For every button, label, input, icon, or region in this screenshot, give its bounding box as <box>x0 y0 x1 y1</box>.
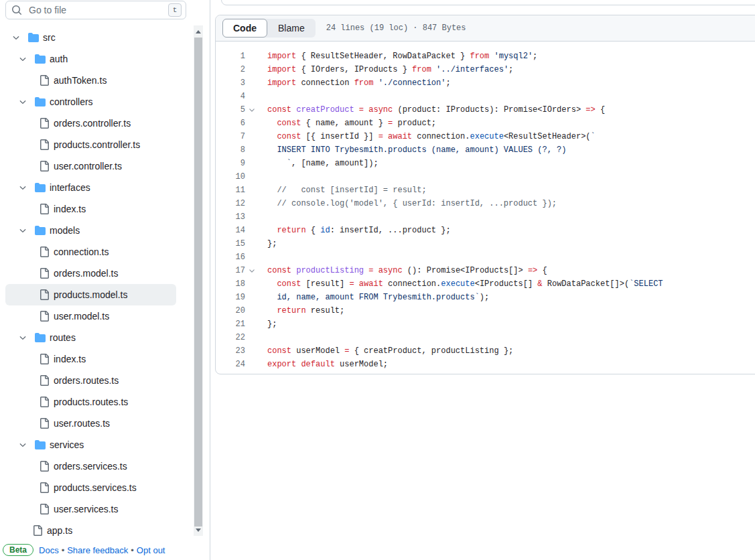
chevron-down-icon <box>18 440 27 449</box>
chevron-down-icon[interactable] <box>17 225 28 236</box>
line-number[interactable]: 17 <box>216 266 245 275</box>
tree-item-label: user.model.ts <box>54 311 109 322</box>
tree-item[interactable]: controllers <box>5 91 176 113</box>
chevron-down-icon[interactable] <box>17 54 28 64</box>
line-number[interactable]: 4 <box>216 92 245 101</box>
tree-item[interactable]: products.services.ts <box>5 477 176 498</box>
chevron-down-icon <box>18 97 27 107</box>
chevron-down-icon <box>11 33 21 42</box>
chevron-down-icon[interactable] <box>17 439 28 450</box>
docs-link[interactable]: Docs <box>39 545 59 555</box>
scroll-up-icon[interactable] <box>194 27 203 36</box>
beta-badge: Beta <box>3 544 33 556</box>
tree-item[interactable]: routes <box>5 327 176 348</box>
file-icon <box>39 375 50 386</box>
tree-item[interactable]: user.routes.ts <box>5 413 176 434</box>
tree-item[interactable]: models <box>5 220 176 241</box>
line-number[interactable]: 7 <box>216 132 245 141</box>
line-number[interactable]: 15 <box>216 239 245 249</box>
tree-item[interactable]: products.controller.ts <box>5 134 176 155</box>
collapse-icon[interactable] <box>245 264 259 277</box>
line-number[interactable]: 3 <box>216 78 245 88</box>
sidebar-footer: Beta Docs•Share feedback•Opt out <box>0 540 210 560</box>
line-number[interactable]: 24 <box>216 360 245 369</box>
code-line: 14 return { id: insertId, ...product }; <box>216 224 755 237</box>
file-icon <box>39 311 50 322</box>
tree-item[interactable]: orders.controller.ts <box>5 113 176 134</box>
tree-item[interactable]: app.ts <box>5 520 176 541</box>
dot-separator: • <box>131 545 134 555</box>
scrollbar-thumb[interactable] <box>194 38 202 527</box>
tree-item[interactable]: connection.ts <box>5 241 176 263</box>
line-number[interactable]: 13 <box>216 212 245 222</box>
tree-item-label: products.model.ts <box>54 289 128 300</box>
file-icon <box>39 118 50 129</box>
line-number[interactable]: 20 <box>216 306 245 316</box>
tree-item[interactable]: auth <box>5 48 176 70</box>
code-line-text: id, name, amount FROM Trybesmith.product… <box>267 291 489 304</box>
line-number[interactable]: 18 <box>216 279 245 289</box>
chevron-down-icon[interactable] <box>17 96 28 107</box>
code-line: 9 `, [name, amount]); <box>216 157 755 170</box>
tree-item[interactable]: orders.routes.ts <box>5 370 176 391</box>
chevron-down-icon <box>18 183 27 192</box>
tree-item[interactable]: interfaces <box>5 177 176 198</box>
line-number[interactable]: 12 <box>216 199 245 208</box>
folder-icon <box>35 332 46 343</box>
code-line: 11 // const [insertId] = result; <box>216 184 755 197</box>
tree-item[interactable]: orders.services.ts <box>5 456 176 477</box>
tree-item[interactable]: orders.model.ts <box>5 263 176 284</box>
line-number[interactable]: 9 <box>216 159 245 168</box>
dot-separator: • <box>62 545 65 555</box>
tree-item[interactable]: user.controller.ts <box>5 155 176 177</box>
code-panel-header: Code Blame 24 lines (19 loc) · 847 Bytes <box>216 15 755 42</box>
file-icon <box>32 525 43 536</box>
tab-blame[interactable]: Blame <box>267 19 316 38</box>
file-icon <box>39 289 50 300</box>
file-icon <box>39 75 50 86</box>
line-number[interactable]: 6 <box>216 119 245 128</box>
line-number[interactable]: 2 <box>216 65 245 74</box>
sidebar-scrollbar[interactable] <box>194 25 203 536</box>
file-icon <box>39 354 50 364</box>
file-search-input[interactable] <box>27 4 168 16</box>
tree-item[interactable]: user.services.ts <box>5 498 176 520</box>
line-number[interactable]: 14 <box>216 226 245 235</box>
file-icon <box>39 504 50 514</box>
chevron-down-icon[interactable] <box>17 332 28 343</box>
line-number[interactable]: 23 <box>216 346 245 356</box>
code-line-text: import { IOrders, IProducts } from '../i… <box>267 63 513 76</box>
chevron-down-icon[interactable] <box>11 32 21 43</box>
line-number[interactable]: 21 <box>216 320 245 329</box>
fold-slot <box>245 170 259 184</box>
tree-item[interactable]: services <box>5 434 176 456</box>
tree-item[interactable]: src <box>5 27 176 48</box>
line-number[interactable]: 5 <box>216 105 245 115</box>
line-number[interactable]: 8 <box>216 145 245 155</box>
tree-item[interactable]: products.routes.ts <box>5 391 176 413</box>
line-number[interactable]: 11 <box>216 186 245 195</box>
tree-item[interactable]: user.model.ts <box>5 305 176 327</box>
code-line-text: return { id: insertId, ...product }; <box>267 224 451 237</box>
tree-item[interactable]: index.ts <box>5 348 176 370</box>
code-line: 1import { ResultSetHeader, RowDataPacket… <box>216 50 755 63</box>
line-number[interactable]: 19 <box>216 293 245 302</box>
file-icon <box>39 247 50 257</box>
tree-item[interactable]: products.model.ts <box>5 284 176 305</box>
fold-slot <box>245 291 259 304</box>
scroll-down-icon[interactable] <box>194 525 203 535</box>
code-line: 19 id, name, amount FROM Trybesmith.prod… <box>216 291 755 304</box>
chevron-down-icon[interactable] <box>17 182 28 193</box>
tab-code[interactable]: Code <box>222 19 267 38</box>
opt-out-link[interactable]: Opt out <box>137 545 165 555</box>
code-line: 12 // console.log('model', { userId: ins… <box>216 197 755 210</box>
tree-item[interactable]: authToken.ts <box>5 70 176 91</box>
line-number[interactable]: 10 <box>216 172 245 182</box>
line-number[interactable]: 22 <box>216 333 245 342</box>
tree-item[interactable]: index.ts <box>5 198 176 220</box>
share-feedback-link[interactable]: Share feedback <box>67 545 128 555</box>
line-number[interactable]: 16 <box>216 253 245 262</box>
collapse-icon[interactable] <box>245 103 259 117</box>
file-search-box[interactable]: t <box>5 1 186 19</box>
line-number[interactable]: 1 <box>216 52 245 61</box>
